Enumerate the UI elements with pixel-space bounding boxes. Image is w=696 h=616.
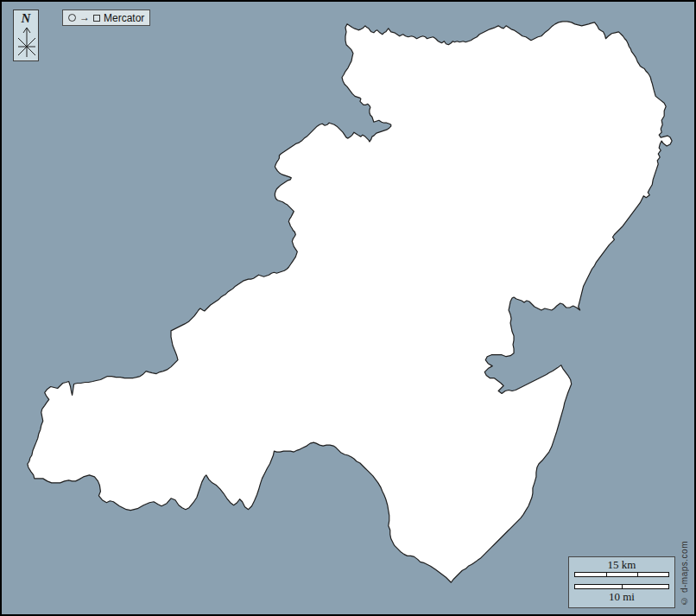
- copyright-credit: © d-maps.com: [680, 541, 689, 606]
- scale-bar-mi: [574, 584, 669, 589]
- scale-tick: [622, 584, 623, 589]
- compass-rose: N: [13, 10, 39, 61]
- projection-selector: → Mercator: [62, 10, 150, 26]
- scale-bar: 15 km 10 mi: [568, 556, 675, 608]
- scale-tick: [606, 572, 607, 577]
- map-canvas: N → Mercator 15 km 10 mi © d-maps.c: [0, 0, 696, 616]
- compass-needle-icon: [14, 26, 40, 60]
- scale-bar-km: [574, 572, 669, 577]
- projection-square-icon: [93, 15, 100, 22]
- scale-km-label: 15 km: [569, 558, 674, 571]
- scale-mi-label: 10 mi: [569, 590, 674, 603]
- compass-north-label: N: [14, 10, 38, 26]
- globe-circle-icon: [68, 14, 76, 22]
- projection-arrow-icon: →: [79, 12, 90, 22]
- projection-label: Mercator: [104, 12, 144, 24]
- outline-map: [2, 2, 694, 614]
- scale-tick: [637, 572, 638, 577]
